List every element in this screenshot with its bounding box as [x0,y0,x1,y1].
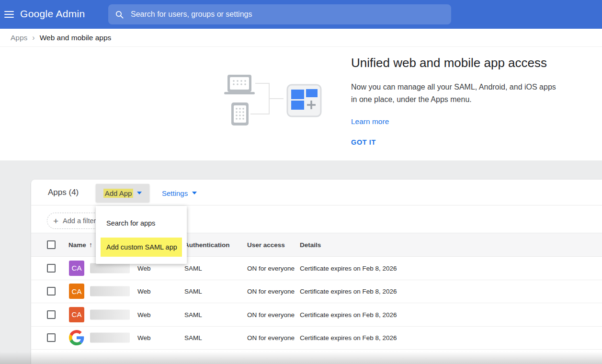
app-name-redacted [90,333,130,343]
row-checkbox[interactable] [47,310,56,319]
apps-table-body: CA Web SAML ON for everyone Certificate … [31,257,602,350]
app-title: Google Admin [20,8,85,20]
apps-count-title: Apps (4) [48,188,79,197]
app-name-redacted [90,263,130,273]
learn-more-link[interactable]: Learn more [351,117,389,126]
banner-title: Unified web and mobile app access [351,56,581,70]
unified-access-banner: Unified web and mobile app access Now yo… [0,47,602,160]
banner-text-line1: Now you can manage all your SAML, Androi… [351,81,581,93]
breadcrumb: Apps › Web and mobile apps [0,29,602,47]
settings-label: Settings [162,189,188,197]
app-ca-badge-icon: CA [69,261,84,276]
add-app-label: Add App [103,189,134,198]
menu-icon[interactable] [4,11,14,18]
platform-cell: Web [137,311,151,318]
top-app-bar: Google Admin [0,0,602,29]
details-cell: Certificate expires on Feb 8, 2026 [300,311,397,318]
got-it-button[interactable]: GOT IT [351,138,376,146]
admin-console-screen: Google Admin Apps › Web and mobile apps [0,0,602,364]
user-access-cell: ON for everyone [247,288,295,295]
row-checkbox[interactable] [47,333,56,342]
column-header-authentication[interactable]: Authentication [184,241,230,249]
platform-cell: Web [137,264,151,272]
apps-card-header: Apps (4) Add App Settings [31,180,602,205]
authentication-cell: SAML [184,311,202,318]
column-header-name[interactable]: Name [68,241,86,249]
settings-button[interactable]: Settings [162,184,197,202]
breadcrumb-apps-link[interactable]: Apps [11,34,27,42]
table-row[interactable]: CA Web SAML ON for everyone Certificate … [31,280,602,304]
column-header-details[interactable]: Details [300,241,321,249]
search-input[interactable] [131,10,444,19]
chevron-down-icon [137,192,142,194]
apps-section-background: Apps (4) Add App Settings + Add a filter [0,160,602,364]
table-row[interactable]: CA Web SAML ON for everyone Certificate … [31,303,602,327]
add-filter-label: Add a filter [63,217,96,225]
sort-ascending-icon[interactable]: ↑ [89,241,92,249]
chevron-right-icon: › [32,34,34,42]
details-cell: Certificate expires on Feb 8, 2026 [300,334,397,341]
banner-text-line2: in one place, under the Apps menu. [351,93,581,106]
menu-item-add-custom-saml-app[interactable]: Add custom SAML app [101,238,182,257]
authentication-cell: SAML [184,264,202,272]
select-all-checkbox[interactable] [47,240,56,249]
platform-cell: Web [137,334,151,341]
search-bar[interactable] [108,4,451,24]
search-icon [115,10,124,19]
authentication-cell: SAML [184,288,202,295]
authentication-cell: SAML [184,334,202,341]
plus-icon: + [53,216,58,226]
breadcrumb-current-page: Web and mobile apps [40,34,112,42]
add-app-button[interactable]: Add App [96,184,149,202]
user-access-cell: ON for everyone [247,264,295,272]
app-name-redacted [90,286,130,296]
user-access-cell: ON for everyone [247,311,295,318]
chevron-down-icon [192,192,197,194]
apps-list-card: Apps (4) Add App Settings + Add a filter [31,180,602,364]
app-ca-badge-icon: CA [69,284,84,299]
column-header-user-access[interactable]: User access [247,241,285,249]
details-cell: Certificate expires on Feb 8, 2026 [300,288,397,295]
add-app-dropdown-menu: Search for apps Add custom SAML app [96,206,187,264]
details-cell: Certificate expires on Feb 8, 2026 [300,264,397,272]
platform-cell: Web [137,288,151,295]
user-access-cell: ON for everyone [247,334,295,341]
menu-item-search-for-apps[interactable]: Search for apps [96,214,187,233]
app-ca-badge-icon: CA [69,307,84,322]
table-row[interactable]: Web SAML ON for everyone Certificate exp… [31,327,602,350]
row-checkbox[interactable] [47,264,56,273]
google-logo-icon [69,330,84,345]
app-name-redacted [90,309,130,319]
devices-illustration [211,67,335,129]
row-checkbox[interactable] [47,287,56,296]
